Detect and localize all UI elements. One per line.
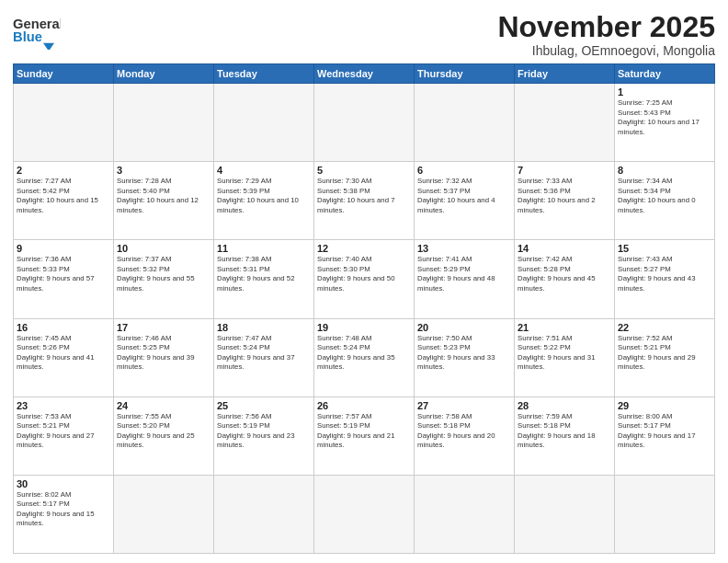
calendar-cell	[515, 84, 615, 162]
day-number: 28	[518, 400, 611, 411]
day-number: 17	[117, 322, 210, 333]
day-number: 5	[317, 165, 411, 176]
day-number: 7	[518, 165, 611, 176]
day-number: 25	[217, 400, 311, 411]
calendar-cell	[14, 84, 114, 162]
day-info: Sunrise: 7:47 AMSunset: 5:24 PMDaylight:…	[217, 334, 311, 373]
day-number: 26	[317, 400, 411, 411]
day-number: 1	[618, 86, 711, 98]
day-info: Sunrise: 7:51 AMSunset: 5:22 PMDaylight:…	[518, 334, 611, 373]
day-number: 3	[117, 165, 210, 176]
calendar-cell: 12Sunrise: 7:40 AMSunset: 5:30 PMDayligh…	[314, 240, 415, 318]
calendar-cell: 28Sunrise: 7:59 AMSunset: 5:18 PMDayligh…	[515, 396, 615, 475]
day-number: 9	[17, 243, 110, 254]
calendar-cell: 6Sunrise: 7:32 AMSunset: 5:37 PMDaylight…	[415, 162, 515, 240]
header: General Blue November 2025 Ihbulag, OEmn…	[13, 11, 715, 58]
day-info: Sunrise: 7:41 AMSunset: 5:29 PMDaylight:…	[417, 255, 511, 293]
calendar-cell: 24Sunrise: 7:55 AMSunset: 5:20 PMDayligh…	[114, 396, 214, 475]
day-number: 23	[17, 400, 110, 411]
calendar-cell: 27Sunrise: 7:58 AMSunset: 5:18 PMDayligh…	[415, 396, 515, 475]
calendar-cell: 17Sunrise: 7:46 AMSunset: 5:25 PMDayligh…	[114, 318, 214, 396]
day-number: 24	[117, 400, 210, 411]
calendar-cell	[314, 84, 415, 162]
day-info: Sunrise: 7:29 AMSunset: 5:39 PMDaylight:…	[217, 177, 311, 215]
calendar-cell	[114, 475, 214, 553]
day-info: Sunrise: 7:43 AMSunset: 5:27 PMDaylight:…	[618, 255, 711, 293]
day-number: 20	[417, 322, 511, 333]
day-number: 4	[217, 165, 311, 176]
day-number: 11	[217, 243, 311, 254]
day-info: Sunrise: 7:42 AMSunset: 5:28 PMDaylight:…	[518, 255, 611, 293]
day-info: Sunrise: 7:25 AMSunset: 5:43 PMDaylight:…	[618, 98, 711, 137]
calendar-cell: 16Sunrise: 7:45 AMSunset: 5:26 PMDayligh…	[14, 318, 114, 396]
logo-area: General Blue	[13, 11, 63, 50]
day-number: 6	[417, 165, 511, 176]
calendar-cell: 8Sunrise: 7:34 AMSunset: 5:34 PMDaylight…	[615, 162, 715, 240]
day-header-saturday: Saturday	[615, 64, 715, 84]
day-info: Sunrise: 7:45 AMSunset: 5:26 PMDaylight:…	[17, 334, 110, 373]
day-header-thursday: Thursday	[415, 64, 515, 84]
day-number: 29	[618, 400, 711, 411]
calendar-cell	[415, 84, 515, 162]
calendar-cell	[214, 475, 314, 553]
page: General Blue November 2025 Ihbulag, OEmn…	[0, 0, 728, 563]
day-info: Sunrise: 7:58 AMSunset: 5:18 PMDaylight:…	[417, 412, 511, 451]
day-number: 18	[217, 322, 311, 333]
day-info: Sunrise: 7:27 AMSunset: 5:42 PMDaylight:…	[17, 177, 110, 215]
day-info: Sunrise: 8:02 AMSunset: 5:17 PMDaylight:…	[17, 490, 110, 529]
day-header-monday: Monday	[114, 64, 214, 84]
calendar-cell	[415, 475, 515, 553]
day-info: Sunrise: 7:53 AMSunset: 5:21 PMDaylight:…	[17, 412, 110, 451]
calendar-cell: 18Sunrise: 7:47 AMSunset: 5:24 PMDayligh…	[214, 318, 314, 396]
calendar-cell	[314, 475, 415, 553]
day-info: Sunrise: 7:30 AMSunset: 5:38 PMDaylight:…	[317, 177, 411, 215]
calendar-cell	[114, 84, 214, 162]
logo-icon: General Blue	[13, 11, 61, 50]
calendar-cell	[214, 84, 314, 162]
calendar-cell: 4Sunrise: 7:29 AMSunset: 5:39 PMDaylight…	[214, 162, 314, 240]
day-info: Sunrise: 7:56 AMSunset: 5:19 PMDaylight:…	[217, 412, 311, 451]
day-number: 12	[317, 243, 411, 254]
day-info: Sunrise: 7:38 AMSunset: 5:31 PMDaylight:…	[217, 255, 311, 293]
calendar-table: SundayMondayTuesdayWednesdayThursdayFrid…	[13, 63, 715, 554]
day-header-friday: Friday	[515, 64, 615, 84]
calendar-cell: 9Sunrise: 7:36 AMSunset: 5:33 PMDaylight…	[14, 240, 114, 318]
calendar-cell: 20Sunrise: 7:50 AMSunset: 5:23 PMDayligh…	[415, 318, 515, 396]
calendar-cell: 19Sunrise: 7:48 AMSunset: 5:24 PMDayligh…	[314, 318, 415, 396]
day-number: 21	[518, 322, 611, 333]
calendar-cell: 3Sunrise: 7:28 AMSunset: 5:40 PMDaylight…	[114, 162, 214, 240]
day-number: 22	[618, 322, 711, 333]
day-number: 8	[618, 165, 711, 176]
day-number: 14	[518, 243, 611, 254]
day-number: 27	[417, 400, 511, 411]
day-info: Sunrise: 7:40 AMSunset: 5:30 PMDaylight:…	[317, 255, 411, 293]
svg-text:Blue: Blue	[13, 29, 42, 44]
calendar-cell: 21Sunrise: 7:51 AMSunset: 5:22 PMDayligh…	[515, 318, 615, 396]
day-info: Sunrise: 7:36 AMSunset: 5:33 PMDaylight:…	[17, 255, 110, 293]
day-number: 13	[417, 243, 511, 254]
day-info: Sunrise: 7:48 AMSunset: 5:24 PMDaylight:…	[317, 334, 411, 373]
title-area: November 2025 Ihbulag, OEmnoegovi, Mongo…	[497, 11, 715, 58]
day-info: Sunrise: 7:55 AMSunset: 5:20 PMDaylight:…	[117, 412, 210, 451]
calendar-cell: 22Sunrise: 7:52 AMSunset: 5:21 PMDayligh…	[615, 318, 715, 396]
calendar-cell: 15Sunrise: 7:43 AMSunset: 5:27 PMDayligh…	[615, 240, 715, 318]
day-number: 30	[17, 478, 110, 489]
day-number: 16	[17, 322, 110, 333]
day-info: Sunrise: 7:50 AMSunset: 5:23 PMDaylight:…	[417, 334, 511, 373]
day-number: 15	[618, 243, 711, 254]
day-info: Sunrise: 7:28 AMSunset: 5:40 PMDaylight:…	[117, 177, 210, 215]
location-title: Ihbulag, OEmnoegovi, Mongolia	[497, 43, 715, 58]
day-info: Sunrise: 7:52 AMSunset: 5:21 PMDaylight:…	[618, 334, 711, 373]
calendar-cell: 10Sunrise: 7:37 AMSunset: 5:32 PMDayligh…	[114, 240, 214, 318]
day-info: Sunrise: 7:37 AMSunset: 5:32 PMDaylight:…	[117, 255, 210, 293]
day-number: 19	[317, 322, 411, 333]
day-info: Sunrise: 7:34 AMSunset: 5:34 PMDaylight:…	[618, 177, 711, 215]
calendar-cell: 30Sunrise: 8:02 AMSunset: 5:17 PMDayligh…	[14, 475, 114, 553]
calendar-cell: 1Sunrise: 7:25 AMSunset: 5:43 PMDaylight…	[615, 84, 715, 162]
day-header-tuesday: Tuesday	[214, 64, 314, 84]
calendar-cell: 7Sunrise: 7:33 AMSunset: 5:36 PMDaylight…	[515, 162, 615, 240]
day-info: Sunrise: 7:59 AMSunset: 5:18 PMDaylight:…	[518, 412, 611, 451]
calendar-cell: 23Sunrise: 7:53 AMSunset: 5:21 PMDayligh…	[14, 396, 114, 475]
day-info: Sunrise: 7:46 AMSunset: 5:25 PMDaylight:…	[117, 334, 210, 373]
day-info: Sunrise: 7:33 AMSunset: 5:36 PMDaylight:…	[518, 177, 611, 215]
